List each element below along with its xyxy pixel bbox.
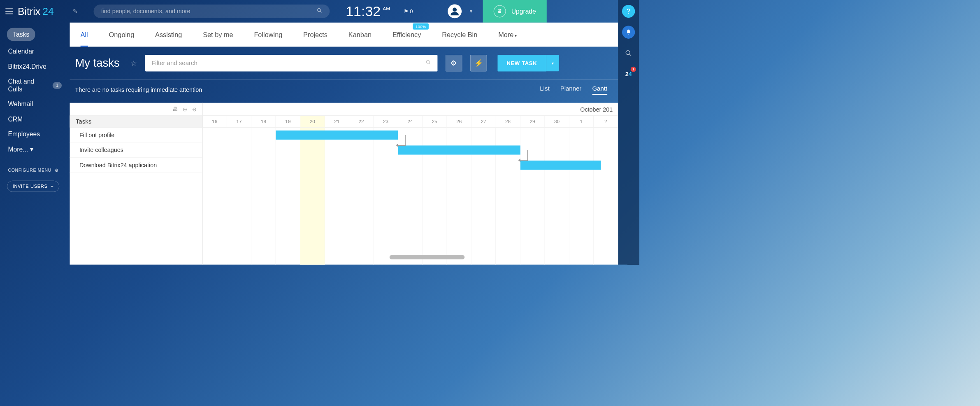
global-search[interactable]	[93, 5, 330, 18]
date-cell: 26	[447, 116, 471, 127]
task-row[interactable]: Download Bitrix24 application	[70, 158, 202, 173]
tab-following[interactable]: Following	[254, 31, 282, 39]
gantt-bar[interactable]	[520, 161, 601, 170]
tab-projects[interactable]: Projects	[303, 31, 327, 39]
tab-recycle-bin[interactable]: Recycle Bin	[442, 31, 477, 39]
month-label: October 201	[580, 106, 613, 113]
tabs-bar: AllOngoingAssistingSet by meFollowingPro…	[70, 23, 618, 47]
tab-kanban[interactable]: Kanban	[348, 31, 372, 39]
date-cell: 28	[496, 116, 520, 127]
hamburger-menu-icon[interactable]	[5, 8, 13, 14]
date-cell: 23	[374, 116, 398, 127]
lightning-icon: ⚡	[474, 59, 483, 67]
badge: 1	[53, 82, 62, 89]
star-icon[interactable]: ☆	[130, 58, 137, 68]
print-icon[interactable]: 🖶	[172, 106, 178, 112]
sidebar-item-webmail[interactable]: Webmail	[0, 97, 70, 112]
sidebar-item-employees[interactable]: Employees	[0, 127, 70, 142]
efficiency-badge: 100%	[413, 23, 429, 29]
clock: 11:32 AM	[346, 3, 390, 19]
configure-menu-link[interactable]: CONFIGURE MENU ⚙	[0, 157, 70, 178]
date-cell: 22	[349, 116, 374, 127]
sidebar-item-crm[interactable]: CRM	[0, 112, 70, 127]
task-row[interactable]: Invite colleagues	[70, 142, 202, 158]
gantt-bar[interactable]	[276, 131, 398, 140]
tab-assisting[interactable]: Assisting	[155, 31, 182, 39]
date-cell: 29	[520, 116, 545, 127]
search-icon[interactable]	[426, 60, 431, 67]
tab-efficiency[interactable]: Efficiency100%	[392, 31, 421, 39]
svg-point-5	[626, 51, 630, 55]
invite-users-button[interactable]: INVITE USERS +	[7, 181, 59, 192]
date-cell: 1	[569, 116, 593, 127]
new-task-dropdown[interactable]: ▾	[546, 55, 559, 71]
badge-count: 1	[631, 67, 636, 72]
chevron-down-icon[interactable]: ▾	[470, 8, 472, 14]
status-text: There are no tasks requiring immediate a…	[75, 86, 540, 93]
view-tab-list[interactable]: List	[540, 85, 549, 95]
date-cell: 2	[594, 116, 618, 127]
connector	[520, 150, 528, 161]
page-title: My tasks	[75, 57, 120, 70]
view-tab-planner[interactable]: Planner	[560, 85, 582, 95]
date-cell: 19	[276, 116, 300, 127]
date-cell: 16	[202, 116, 227, 127]
settings-button[interactable]: ⚙	[446, 55, 462, 71]
plus-icon: +	[51, 184, 53, 189]
date-cell: 17	[227, 116, 251, 127]
notifications-flag[interactable]: ⚑ 0	[404, 8, 413, 15]
global-search-input[interactable]	[101, 8, 317, 15]
tab-set-by-me[interactable]: Set by me	[203, 31, 233, 39]
sidebar: TasksCalendarBitrix24.DriveChat and Call…	[0, 23, 70, 265]
sidebar-item-bitrix24-drive[interactable]: Bitrix24.Drive	[0, 59, 70, 74]
avatar[interactable]	[448, 4, 462, 18]
sidebar-item-tasks[interactable]: Tasks	[7, 28, 35, 41]
svg-point-2	[453, 8, 457, 12]
new-task-button[interactable]: NEW TASK	[497, 55, 546, 71]
gear-icon: ⚙	[451, 59, 457, 67]
sidebar-item-chat-and-calls[interactable]: Chat and Calls1	[0, 74, 70, 97]
date-cell: 21	[325, 116, 349, 127]
date-cell: 27	[471, 116, 496, 127]
bitrix24-icon[interactable]: 24 1	[622, 68, 635, 80]
rail-search-button[interactable]	[622, 47, 635, 59]
crown-icon: ♛	[494, 5, 506, 17]
gantt-chart: 🖶 ⊕ ⊖ October 201 Tasks 1617181920212223…	[70, 103, 618, 265]
date-cell: 24	[398, 116, 423, 127]
filter-search[interactable]	[145, 55, 438, 71]
svg-line-1	[320, 11, 321, 12]
tab-ongoing[interactable]: Ongoing	[109, 31, 135, 39]
zoom-out-icon[interactable]: ⊖	[192, 106, 197, 112]
gantt-bar[interactable]	[398, 145, 520, 154]
task-row[interactable]: Fill out profile	[70, 128, 202, 143]
sidebar-item-calendar[interactable]: Calendar	[0, 44, 70, 59]
automation-button[interactable]: ⚡	[470, 55, 487, 71]
date-cell: 30	[545, 116, 569, 127]
sidebar-item-more-[interactable]: More... ▾	[0, 142, 70, 157]
gear-icon: ⚙	[55, 168, 59, 173]
date-cell: 25	[423, 116, 447, 127]
scrollbar[interactable]	[390, 255, 465, 259]
logo: Bitrix 24	[18, 5, 54, 17]
date-cell: 18	[251, 116, 276, 127]
search-icon[interactable]	[317, 8, 322, 15]
edit-icon[interactable]: ✎	[73, 8, 78, 15]
date-cell: 20	[300, 116, 325, 127]
zoom-in-icon[interactable]: ⊕	[183, 106, 187, 112]
svg-line-6	[629, 54, 631, 56]
svg-point-3	[426, 60, 430, 63]
upgrade-button[interactable]: ♛ Upgrade	[483, 0, 547, 23]
flag-icon: ⚑	[404, 8, 409, 15]
view-tab-gantt[interactable]: Gantt	[592, 85, 607, 95]
connector	[397, 135, 406, 146]
right-rail: ? 24 1	[618, 0, 639, 265]
filter-input[interactable]	[151, 59, 425, 67]
tab-more[interactable]: More	[498, 31, 517, 39]
tasks-column-header: Tasks	[70, 116, 203, 127]
help-button[interactable]: ?	[622, 5, 635, 18]
notifications-button[interactable]	[622, 26, 635, 39]
tab-all[interactable]: All	[81, 31, 88, 39]
svg-point-0	[317, 9, 320, 12]
svg-line-4	[429, 63, 430, 64]
